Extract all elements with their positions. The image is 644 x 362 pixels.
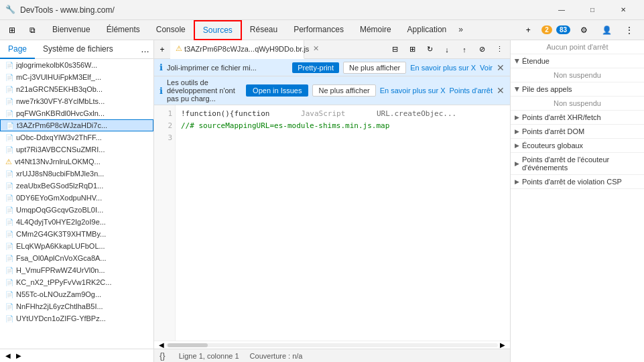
list-item[interactable]: 📄UYtUYDcn1oZIFG-YfBPz...	[0, 312, 153, 324]
breakpoints-section: Aucun point d'arrêt	[511, 40, 644, 54]
dismiss-button-1[interactable]: Ne plus afficher	[343, 62, 406, 74]
info-icon-2: ℹ	[159, 86, 163, 96]
dock-button[interactable]: ⊞	[3, 21, 21, 39]
list-item[interactable]: 📄zeaUbxBeGSod5lzRqD1...	[0, 180, 153, 192]
code-content[interactable]: !function(){function JavaScript URL.crea…	[176, 105, 510, 341]
download-button[interactable]: ↓	[439, 42, 455, 58]
left-panel-more-button[interactable]: …	[137, 40, 153, 58]
editor-tab-toolbar: ⊟ ⊞ ↻ ↓ ↑ ⊘ ⋮	[384, 42, 510, 58]
pretty-print-button[interactable]: Pretty-print	[292, 62, 339, 73]
tab-page[interactable]: Page	[0, 40, 35, 59]
tab-elements[interactable]: Éléments	[99, 20, 148, 40]
refresh-button[interactable]: ↻	[422, 42, 438, 58]
dismiss-button-2[interactable]: Ne plus afficher	[312, 84, 375, 97]
more-tabs-button[interactable]: »	[454, 20, 467, 40]
scope-arrow: ▶	[514, 59, 521, 64]
event-listeners-accordion[interactable]: ▶ Points d'arrêt de l'écouteur d'événeme…	[511, 153, 644, 175]
voir-link[interactable]: Voir	[480, 64, 493, 72]
code-editor: 1 2 3 !function(){function JavaScript UR…	[154, 105, 510, 341]
list-item[interactable]: 📄H_VmuFPRwWZ4UrVl0n...	[0, 264, 153, 276]
list-item[interactable]: 📄ELqKWpA6KkapLUFbOL...	[0, 240, 153, 252]
navigate-up-button[interactable]: ↑	[456, 42, 472, 58]
close-button[interactable]: ✕	[608, 0, 639, 20]
list-item-selected[interactable]: 📄t3AZrPm6P8cWJzaHDi7c...	[0, 119, 153, 131]
tab-memoire[interactable]: Mémoire	[352, 20, 399, 40]
callstack-title: Pile des appels	[522, 85, 572, 93]
list-item[interactable]: 📄NnFHhz2jL6yzChtlhaB5I...	[0, 300, 153, 312]
tab-bienvenue[interactable]: Bienvenue	[44, 20, 99, 40]
global-listeners-accordion[interactable]: ▶ Écouteurs globaux	[511, 139, 644, 153]
tab-filesystem[interactable]: Système de fichiers	[35, 40, 121, 59]
tab-sources[interactable]: Sources	[194, 20, 242, 40]
list-item[interactable]: 📄N55Tc-oLNOuzZam9Og...	[0, 288, 153, 300]
list-item[interactable]: 📄upt7Ri3AVBCCNSuZMRI...	[0, 143, 153, 156]
list-item[interactable]: 📄xrUJJ8sN8ucbiFbMJle3n...	[0, 168, 153, 180]
list-item[interactable]: 📄UmqpOqGGcqvGzoBL0I...	[0, 204, 153, 216]
horizontal-scrollbar[interactable]: ◀ ▶	[154, 341, 510, 349]
learn-more-link-1[interactable]: En savoir plus sur X	[410, 64, 476, 72]
cursor-position: Ligne 1, colonne 1	[179, 352, 239, 360]
maximize-button[interactable]: □	[577, 0, 608, 20]
csp-accordion[interactable]: ▶ Points d'arrêt de violation CSP	[511, 175, 644, 189]
tab-console[interactable]: Console	[148, 20, 194, 40]
tab-close-button[interactable]: ✕	[313, 44, 319, 53]
tab-application[interactable]: Application	[399, 20, 455, 40]
close-notif-2[interactable]: ✕	[497, 86, 505, 95]
xhr-arrow: ▶	[515, 114, 519, 121]
list-item[interactable]: 📄pqFWGnKBRdl0HvcGxln...	[0, 107, 153, 119]
list-item[interactable]: 📄0DY6EYoGmXodpuNHV...	[0, 192, 153, 204]
list-item[interactable]: 📄uObc-DdxqYlW3v2ThFF...	[0, 131, 153, 143]
format-icon[interactable]: {}	[159, 351, 166, 361]
notif-bar-pretty-print: ℹ Joli-imprimer ce fichier mi... Pretty-…	[154, 59, 510, 76]
tab-performances[interactable]: Performances	[285, 20, 352, 40]
points-darret-link[interactable]: Points d'arrêt	[450, 86, 493, 95]
dom-label: Points d'arrêt DOM	[522, 127, 584, 135]
callstack-section: ▶ Pile des appels Non suspendu	[511, 82, 644, 111]
menu-tabs: Bienvenue Éléments Console Sources Résea…	[44, 20, 513, 40]
scroll-left-button[interactable]: ◀	[3, 352, 13, 359]
list-item[interactable]: 📄Fsa_Ol0AplCnVoXGca8A...	[0, 252, 153, 264]
close-notif-1[interactable]: ✕	[497, 63, 505, 72]
line-number: 3	[154, 132, 172, 144]
split-view-button[interactable]: ⊞	[404, 42, 420, 58]
scope-accordion[interactable]: ▶ Étendue	[511, 54, 644, 68]
global-arrow: ▶	[515, 142, 519, 149]
more-options-button[interactable]: ⋮	[491, 42, 507, 58]
scroll-left-btn[interactable]: ◀	[157, 341, 166, 349]
tab-reseau[interactable]: Réseau	[242, 20, 285, 40]
list-item[interactable]: 📄CMm2G4GK3T9XHTMBy...	[0, 228, 153, 240]
undock-button[interactable]: ⧉	[23, 21, 42, 39]
event-label: Points d'arrêt de l'écouteur d'événement…	[522, 156, 640, 172]
learn-more-link-2[interactable]: En savoir plus sur X	[380, 86, 446, 95]
list-item[interactable]: ⚠vt4Nt13NvJrnlruLOKMQ...	[0, 156, 153, 168]
list-item[interactable]: 📄nwe7rk30VFY-8YclMbLts...	[0, 95, 153, 107]
editor-tab-active[interactable]: ⚠ t3AZrPm6P8cWJza...qWyH9DDo.br.js ✕	[170, 40, 304, 59]
scrollbar-thumb[interactable]	[168, 343, 208, 347]
titlebar: 🔧 DevTools - www.bing.com/ — □ ✕	[0, 0, 644, 20]
open-issues-button[interactable]: Open in Issues	[246, 84, 308, 97]
callstack-accordion[interactable]: ▶ Pile des appels	[511, 82, 644, 97]
more-button[interactable]: ⋮	[620, 21, 639, 39]
scroll-right-button[interactable]: ▶	[13, 352, 24, 359]
scope-value: Non suspendu	[511, 68, 644, 82]
file-list: 📄jqlogrimekolbK0s356W... 📄mC-j3VUlHUiFpk…	[0, 59, 153, 349]
code-line-2: //# sourceMappingURL=es-module-shims.min…	[181, 120, 505, 132]
scroll-right-btn[interactable]: ▶	[498, 341, 507, 349]
list-item[interactable]: 📄jqlogrimekolbK0s356W...	[0, 59, 153, 71]
settings-button[interactable]: ⚙	[574, 21, 593, 39]
new-tab-button[interactable]: +	[154, 40, 170, 59]
add-tab-button[interactable]: +	[519, 21, 537, 39]
scrollbar-track[interactable]	[166, 343, 498, 347]
list-item[interactable]: 📄mC-j3VUlHUiFpkM3Elf_...	[0, 71, 153, 83]
xhr-breakpoints-accordion[interactable]: ▶ Points d'arrêt XHR/fetch	[511, 111, 644, 125]
user-button[interactable]: 👤	[597, 21, 616, 39]
dom-breakpoints-accordion[interactable]: ▶ Points d'arrêt DOM	[511, 125, 644, 139]
deactivate-button[interactable]: ⊘	[474, 42, 490, 58]
list-item[interactable]: 📄4L4QdyjTv0HYE2Ig2oI9e...	[0, 216, 153, 228]
list-item[interactable]: 📄KC_nX2_tPPyFvVw1RK2C...	[0, 276, 153, 288]
list-item[interactable]: 📄n21aGRCN5EKHB3qOb...	[0, 83, 153, 95]
warning-badge: 2	[541, 25, 552, 34]
toggle-sidebar-button[interactable]: ⊟	[387, 42, 403, 58]
editor-tabs: + ⚠ t3AZrPm6P8cWJza...qWyH9DDo.br.js ✕ ⊟…	[154, 40, 510, 59]
minimize-button[interactable]: —	[546, 0, 577, 20]
